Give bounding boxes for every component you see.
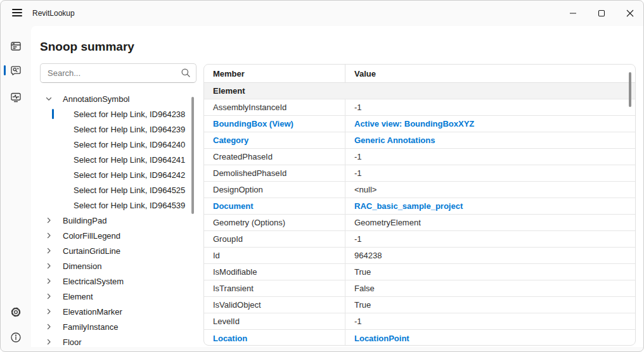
tree-child-item[interactable]: Select for Help Link, ID964525 — [31, 182, 191, 198]
member-cell[interactable]: Location — [204, 330, 345, 346]
minimize-button[interactable] — [558, 1, 588, 25]
tree-child-item[interactable]: Select for Help Link, ID964239 — [31, 122, 191, 137]
chevron-right-icon[interactable] — [45, 308, 53, 315]
table-row[interactable]: Geometry (Options)GeometryElement — [204, 215, 635, 231]
table-row[interactable]: BoundingBox (View)Active view: BoundingB… — [204, 116, 635, 132]
tree-scrollbar[interactable] — [191, 97, 194, 214]
title-bar: RevitLookup — [1, 1, 643, 26]
table-row[interactable]: CreatedPhaseId-1 — [204, 149, 635, 165]
column-header-member[interactable]: Member — [204, 65, 345, 82]
table-row[interactable]: CategoryGeneric Annotations — [204, 132, 635, 149]
tree-child-item[interactable]: Select for Help Link, ID964238 — [31, 106, 191, 122]
member-cell: IsModifiable — [204, 264, 345, 280]
table-row[interactable]: LevelId-1 — [204, 313, 635, 330]
table-body: AssemblyInstanceId-1BoundingBox (View)Ac… — [204, 99, 635, 346]
table-scrollbar[interactable] — [629, 72, 631, 107]
chevron-right-icon[interactable] — [45, 217, 53, 224]
tree-child-item[interactable]: Select for Help Link, ID964539 — [31, 198, 191, 213]
value-cell[interactable]: Generic Annotations — [345, 132, 635, 148]
value-cell: -1 — [345, 313, 635, 329]
value-cell: True — [345, 297, 635, 313]
table-row[interactable]: GroupId-1 — [204, 231, 635, 248]
group-header: Element — [204, 83, 635, 99]
table-row[interactable]: IsTransientFalse — [204, 280, 635, 297]
tree-item[interactable]: ElevationMarker — [31, 304, 191, 319]
tree-child-item[interactable]: Select for Help Link, ID964240 — [31, 137, 191, 152]
tree-item-label: ElectricalSystem — [63, 277, 124, 286]
about-button[interactable] — [6, 327, 26, 348]
table-header: Member Value — [204, 65, 635, 83]
value-cell: GeometryElement — [345, 215, 635, 230]
chevron-right-icon[interactable] — [45, 277, 53, 285]
chevron-right-icon[interactable] — [45, 338, 53, 346]
close-button[interactable] — [615, 1, 644, 25]
value-cell: False — [345, 280, 635, 296]
table-row[interactable]: IsModifiableTrue — [204, 264, 635, 280]
member-cell: DesignOption — [204, 182, 345, 198]
app-window: RevitLookup — [0, 0, 644, 352]
tree-item-label: ElevationMarker — [63, 307, 122, 317]
member-cell[interactable]: Document — [204, 198, 345, 214]
member-cell: AssemblyInstanceId — [204, 99, 345, 115]
maximize-button[interactable] — [587, 1, 616, 25]
table-row[interactable]: LocationLocationPoint — [204, 330, 635, 346]
table-row[interactable]: DesignOption<null> — [204, 182, 635, 198]
tree-item[interactable]: CurtainGridLine — [31, 243, 191, 258]
table-row[interactable]: IsValidObjectTrue — [204, 297, 635, 313]
dashboard-icon — [10, 40, 22, 53]
tree-item-label: CurtainGridLine — [63, 246, 120, 256]
member-cell: GroupId — [204, 231, 345, 247]
hamburger-menu-button[interactable] — [6, 4, 29, 22]
tree-child-item[interactable]: Select for Help Link, ID964242 — [31, 167, 191, 182]
settings-button[interactable] — [6, 302, 26, 322]
tree-item-label: Select for Help Link, ID964539 — [74, 201, 185, 210]
tree-item-label: Element — [63, 292, 93, 301]
tree-item-label: Select for Help Link, ID964238 — [74, 110, 185, 119]
value-cell: -1 — [345, 165, 635, 181]
window-title: RevitLookup — [32, 1, 75, 26]
tree-item[interactable]: ColorFillLegend — [31, 228, 191, 243]
search-input[interactable] — [40, 63, 196, 83]
chevron-right-icon[interactable] — [45, 323, 53, 330]
tree-item[interactable]: Floor — [31, 334, 191, 347]
tree-item-label: Select for Help Link, ID964240 — [74, 140, 185, 149]
tree-item[interactable]: AnnotationSymbol — [31, 91, 191, 106]
tree-item-label: Select for Help Link, ID964242 — [74, 170, 185, 180]
tree-item[interactable]: ElectricalSystem — [31, 273, 191, 289]
chevron-right-icon[interactable] — [45, 232, 53, 239]
tree-item-label: Select for Help Link, ID964241 — [74, 155, 185, 165]
table-row[interactable]: DemolishedPhaseId-1 — [204, 165, 635, 182]
member-cell[interactable]: BoundingBox (View) — [204, 116, 345, 132]
member-cell: IsValidObject — [204, 297, 345, 313]
tree-item[interactable]: Element — [31, 289, 191, 304]
value-cell[interactable]: RAC_basic_sample_project — [345, 198, 635, 214]
table-row[interactable]: DocumentRAC_basic_sample_project — [204, 198, 635, 215]
value-cell: <null> — [345, 182, 635, 198]
hamburger-icon — [12, 9, 22, 10]
sidebar-item-dashboard[interactable] — [6, 36, 26, 56]
member-cell[interactable]: Category — [204, 132, 345, 148]
tree-item[interactable]: FamilyInstance — [31, 319, 191, 334]
value-cell: 964238 — [345, 248, 635, 263]
tree-child-item[interactable]: Select for Help Link, ID964241 — [31, 152, 191, 167]
minimize-icon — [569, 9, 577, 17]
sidebar-item-event-monitor[interactable] — [6, 87, 26, 107]
tree-item-label: Floor — [63, 337, 82, 347]
column-header-value[interactable]: Value — [345, 65, 635, 82]
chevron-right-icon[interactable] — [45, 262, 53, 270]
table-row[interactable]: AssemblyInstanceId-1 — [204, 99, 635, 116]
value-cell[interactable]: LocationPoint — [345, 330, 635, 346]
content-area: Snoop summary AnnotationSymbolSelect for… — [31, 26, 644, 347]
table-row[interactable]: Id964238 — [204, 248, 635, 264]
chevron-down-icon[interactable] — [45, 95, 53, 103]
member-cell: Id — [204, 248, 345, 263]
sidebar — [1, 26, 31, 352]
chevron-right-icon[interactable] — [45, 247, 53, 255]
tree-item[interactable]: Dimension — [31, 258, 191, 273]
tree-item[interactable]: BuildingPad — [31, 213, 191, 228]
tree-item-label: AnnotationSymbol — [63, 94, 130, 104]
chevron-right-icon[interactable] — [45, 292, 53, 300]
sidebar-item-snoop[interactable] — [6, 60, 26, 80]
value-cell[interactable]: Active view: BoundingBoxXYZ — [345, 116, 635, 132]
search-box — [40, 63, 196, 83]
